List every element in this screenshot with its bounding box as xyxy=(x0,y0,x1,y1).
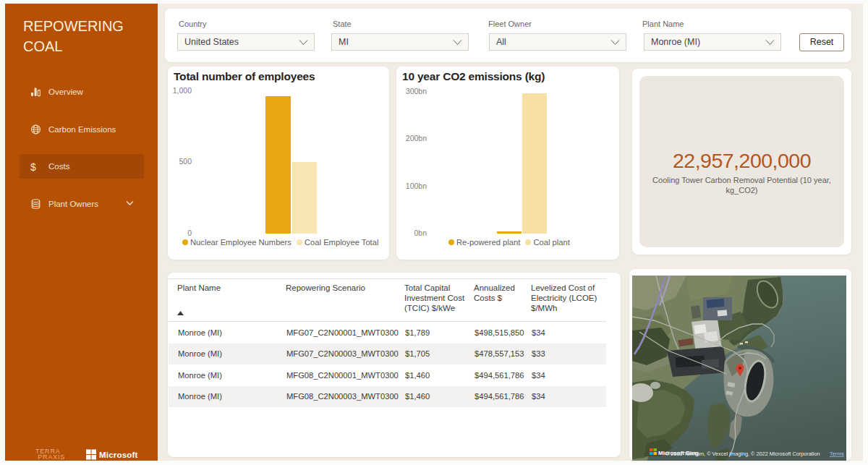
svg-text:Microsoft: Microsoft xyxy=(99,451,138,459)
svg-text:© 2022 TomTom, © Vexcel Imagin: © 2022 TomTom, © Vexcel Imaging, © 2022 … xyxy=(665,451,820,457)
svg-text:Terms: Terms xyxy=(830,451,844,457)
